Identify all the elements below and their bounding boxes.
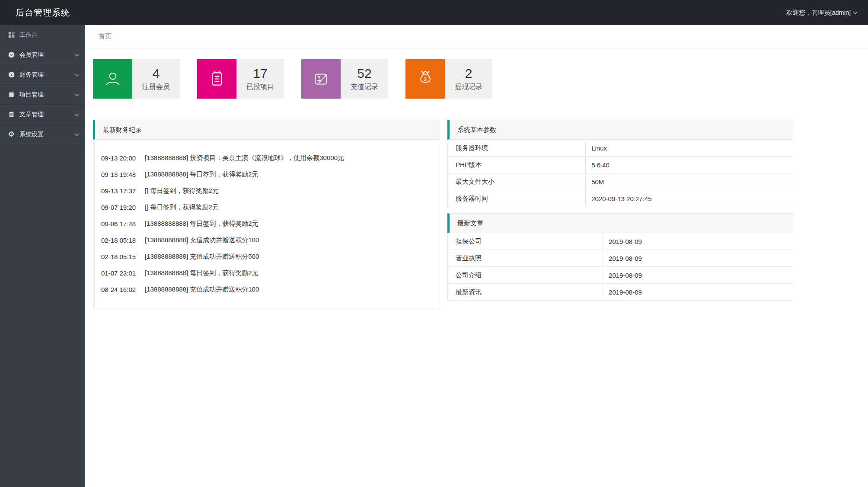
article-icon (7, 111, 15, 119)
chevron-down-icon (75, 52, 79, 56)
stat-value: 4 (153, 66, 160, 81)
record-text: [13888888888] 每日签到，获得奖励2元 (145, 269, 258, 277)
table-row: 营业执照 2019-08-09 (448, 250, 793, 267)
article-title[interactable]: 公司介绍 (448, 267, 603, 283)
param-value: Linux (586, 140, 793, 156)
sidebar-item-finance[interactable]: ¥ 财务管理 (0, 65, 85, 85)
record-time: 09-06 17:48 (101, 220, 144, 227)
record-text: [13888888888] 充值成功并赠送积分100 (145, 236, 259, 244)
list-item: 09-07 19:20 [] 每日签到，获得奖励2元 (95, 199, 440, 215)
list-item: 09-06 17:48 [13888888888] 每日签到，获得奖励2元 (95, 215, 440, 232)
record-time: 09-13 20:00 (101, 154, 144, 162)
svg-text:V: V (10, 53, 13, 57)
list-item: 02-18 05:18 [13888888888] 充值成功并赠送积分100 (95, 232, 440, 248)
param-value: 5.6.40 (586, 157, 793, 173)
sidebar-item-label: 系统设置 (19, 131, 44, 138)
breadcrumb-home-link[interactable]: 首页 (85, 32, 112, 41)
top-header: 后台管理系统 欢迎您，管理员[admin] (0, 0, 868, 25)
record-time: 08-24 16:02 (101, 286, 144, 293)
stat-card-text: 52 充值记录 (341, 59, 388, 99)
user-menu[interactable]: 欢迎您，管理员[admin] (786, 9, 868, 17)
list-item: 09-13 20:00 [13888888888] 投资项目：吴京主演《流浪地球… (95, 150, 440, 166)
stat-value: 52 (357, 66, 371, 81)
table-row: 担保公司 2019-08-09 (448, 233, 793, 250)
panel-title: 系统基本参数 (447, 120, 793, 140)
panel-title: 最新财务纪录 (93, 120, 440, 140)
sidebar-item-members[interactable]: V 会员管理 (0, 45, 85, 65)
param-label: 最大文件大小 (448, 173, 586, 190)
breadcrumb: 首页 (85, 25, 868, 48)
stat-value: 17 (253, 66, 267, 81)
sidebar-item-projects[interactable]: 项目管理 (0, 85, 85, 105)
stat-label: 已投项目 (246, 83, 274, 92)
sidebar-item-label: 财务管理 (19, 71, 44, 79)
record-text: [13888888888] 每日签到，获得奖励2元 (145, 170, 258, 179)
param-label: PHP版本 (448, 157, 586, 173)
article-date: 2019-08-09 (603, 233, 793, 250)
stat-card-registered-members[interactable]: 4 注册会员 (93, 59, 180, 99)
stat-card-text: 2 提现记录 (445, 59, 492, 99)
param-label: 服务器时间 (448, 190, 586, 207)
article-title[interactable]: 担保公司 (448, 233, 603, 250)
table-row: 公司介绍 2019-08-09 (448, 267, 793, 284)
list-item: 09-13 17:37 [] 每日签到，获得奖励2元 (95, 183, 440, 199)
record-time: 01-07 23:01 (101, 269, 144, 277)
finance-records-list: 09-13 20:00 [13888888888] 投资项目：吴京主演《流浪地球… (93, 140, 440, 308)
user-menu-label: 欢迎您，管理员[admin] (786, 9, 851, 17)
article-date: 2019-08-09 (603, 284, 793, 300)
chevron-down-icon (75, 72, 79, 76)
sidebar-item-workbench[interactable]: 工作台 (0, 25, 85, 45)
stat-card-withdraw-records[interactable]: $ 2 提现记录 (405, 59, 492, 99)
record-text: [13888888888] 投资项目：吴京主演《流浪地球》，使用余额30000元 (145, 154, 344, 162)
sidebar-item-label: 会员管理 (19, 51, 44, 59)
chevron-down-icon (75, 92, 79, 96)
param-value: 2020-09-13 20:27:45 (586, 190, 793, 207)
sidebar-item-label: 文章管理 (19, 111, 44, 119)
table-row: 最大文件大小 50M (448, 173, 793, 190)
member-icon: V (7, 51, 15, 59)
sidebar-item-label: 工作台 (19, 31, 38, 39)
table-row: 服务器时间 2020-09-13 20:27:45 (448, 190, 793, 207)
stat-label: 提现记录 (455, 83, 482, 92)
finance-icon: ¥ (7, 71, 15, 79)
stat-card-text: 4 注册会员 (132, 59, 180, 99)
sidebar-item-settings[interactable]: ⚙ 系统设置 (0, 125, 85, 144)
user-icon (93, 59, 132, 99)
param-value: 50M (586, 173, 793, 190)
main-content: 4 注册会员 17 已投项目 (93, 59, 868, 308)
sidebar: 工作台 V 会员管理 ¥ 财务管理 (0, 25, 85, 487)
stat-card-invested-projects[interactable]: 17 已投项目 (197, 59, 284, 99)
stat-value: 2 (465, 66, 472, 81)
list-item: 02-18 05:15 [13888888888] 充值成功并赠送积分500 (95, 248, 440, 265)
record-text: [] 每日签到，获得奖励2元 (145, 203, 219, 211)
article-title[interactable]: 营业执照 (448, 250, 603, 266)
article-date: 2019-08-09 (603, 267, 793, 283)
table-row: 最新资讯 2019-08-09 (448, 284, 793, 301)
list-item: 01-07 23:01 [13888888888] 每日签到，获得奖励2元 (95, 265, 440, 281)
svg-text:¥: ¥ (317, 75, 320, 80)
record-time: 09-13 19:48 (101, 171, 144, 178)
article-title[interactable]: 最新资讯 (448, 284, 603, 300)
record-text: [13888888888] 充值成功并赠送积分500 (145, 253, 259, 261)
param-label: 服务器环境 (448, 140, 586, 156)
latest-articles-panel: 最新文章 担保公司 2019-08-09 营业执照 2019-08-09 公司介… (447, 213, 793, 301)
moneybag-icon: $ (405, 59, 445, 99)
sidebar-item-articles[interactable]: 文章管理 (0, 105, 85, 125)
stat-label: 充值记录 (351, 83, 378, 92)
stat-card-text: 17 已投项目 (236, 59, 284, 99)
svg-text:$: $ (424, 77, 426, 81)
stat-card-recharge-records[interactable]: ¥ 52 充值记录 (301, 59, 388, 99)
svg-text:¥: ¥ (10, 73, 13, 77)
app-title: 后台管理系统 (0, 7, 70, 19)
record-text: [13888888888] 充值成功并赠送积分100 (145, 285, 259, 294)
record-time: 02-18 05:15 (101, 253, 144, 260)
article-date: 2019-08-09 (603, 250, 793, 266)
table-row: 服务器环境 Linux (448, 140, 793, 157)
finance-records-panel: 最新财务纪录 09-13 20:00 [13888888888] 投资项目：吴京… (93, 120, 440, 308)
clipboard-icon (197, 59, 236, 99)
list-item: 09-13 19:48 [13888888888] 每日签到，获得奖励2元 (95, 166, 440, 183)
stat-label: 注册会员 (142, 83, 170, 92)
recharge-icon: ¥ (301, 59, 341, 99)
system-params-panel: 系统基本参数 服务器环境 Linux PHP版本 5.6.40 最大文件大小 5… (447, 120, 793, 207)
record-time: 02-18 05:18 (101, 237, 144, 244)
